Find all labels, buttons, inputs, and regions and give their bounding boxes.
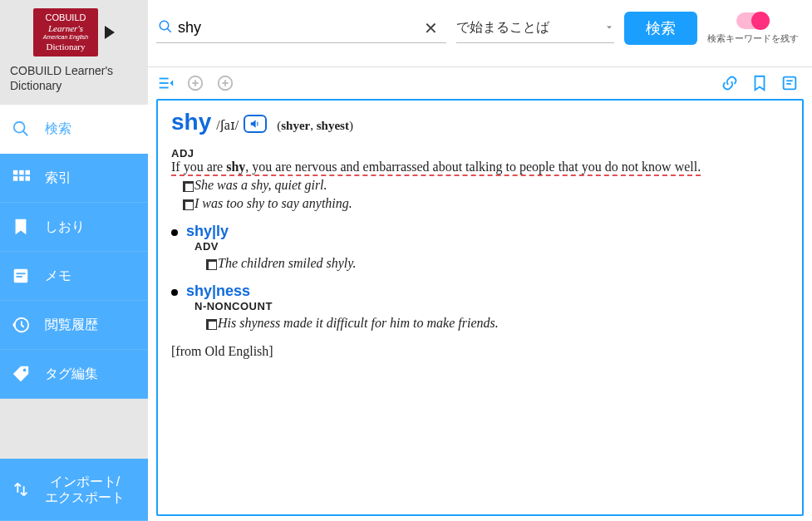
part-of-speech: ADJ bbox=[171, 147, 789, 160]
etymology: [from Old English] bbox=[171, 344, 789, 359]
nav-index[interactable]: 索引 bbox=[0, 154, 148, 203]
svg-line-14 bbox=[167, 28, 171, 32]
note-icon bbox=[12, 267, 30, 285]
example: I was too shy to say anything. bbox=[183, 196, 789, 211]
clear-icon[interactable]: ✕ bbox=[416, 18, 446, 38]
bookmark-icon bbox=[12, 218, 30, 236]
svg-point-0 bbox=[14, 122, 25, 133]
filter-dropdown[interactable]: で始まることば bbox=[456, 13, 614, 43]
pronounce-button[interactable] bbox=[244, 115, 267, 133]
svg-rect-6 bbox=[19, 177, 24, 182]
search-icon bbox=[158, 19, 173, 37]
add-circle-icon-2[interactable] bbox=[216, 74, 234, 92]
grid-icon bbox=[12, 169, 30, 187]
link-icon[interactable] bbox=[721, 74, 739, 92]
svg-rect-4 bbox=[26, 170, 31, 175]
nav-tag[interactable]: タグ編集 bbox=[0, 350, 148, 399]
nav-label: タグ編集 bbox=[45, 366, 98, 383]
nav-label: インポート/エクスポート bbox=[45, 474, 125, 505]
definition: If you are shy, you are nervous and emba… bbox=[171, 160, 789, 174]
sidebar: COBUILD Learner's American English Dicti… bbox=[0, 0, 148, 521]
nav-label: 検索 bbox=[45, 120, 71, 138]
svg-rect-3 bbox=[19, 170, 24, 175]
derived-headword[interactable]: shy|ness bbox=[186, 283, 250, 300]
svg-rect-2 bbox=[13, 170, 18, 175]
example: She was a shy, quiet girl. bbox=[183, 178, 789, 193]
tool-row bbox=[148, 67, 812, 99]
keep-keyword-toggle[interactable] bbox=[736, 12, 770, 29]
svg-point-12 bbox=[23, 369, 27, 372]
bullet-icon bbox=[171, 229, 178, 236]
filter-label: で始まることば bbox=[456, 19, 549, 37]
search-button[interactable]: 検索 bbox=[624, 12, 697, 45]
nav-memo[interactable]: メモ bbox=[0, 252, 148, 301]
svg-line-1 bbox=[23, 131, 28, 136]
nav-label: しおり bbox=[45, 219, 85, 236]
part-of-speech: N-NONCOUNT bbox=[194, 300, 789, 312]
inflections: (shyer, shyest) bbox=[277, 119, 353, 133]
nav-bookmark[interactable]: しおり bbox=[0, 203, 148, 252]
collapse-sidebar-icon[interactable] bbox=[156, 74, 175, 92]
top-bar: ✕ で始まることば 検索 検索キーワードを残す bbox=[148, 0, 812, 67]
app-title: COBUILD Learner's Dictionary bbox=[7, 63, 141, 93]
svg-rect-10 bbox=[17, 276, 22, 278]
search-box: ✕ bbox=[156, 13, 446, 43]
nav-label: 索引 bbox=[45, 170, 71, 187]
logo-block: COBUILD Learner's American English Dicti… bbox=[0, 0, 148, 105]
chevron-down-icon bbox=[604, 21, 614, 36]
search-input[interactable] bbox=[178, 19, 416, 37]
entry-panel: shy /ʃaɪ/ (shyer, shyest) ADJ If you are… bbox=[156, 99, 804, 516]
part-of-speech: ADV bbox=[194, 240, 789, 253]
nav-history[interactable]: 閲覧履歴 bbox=[0, 301, 148, 350]
nav-import-export[interactable]: インポート/エクスポート bbox=[0, 459, 148, 521]
bookmark-outline-icon[interactable] bbox=[750, 74, 769, 92]
app-logo: COBUILD Learner's American English Dicti… bbox=[33, 8, 98, 57]
bullet-icon bbox=[171, 289, 178, 296]
ipa: /ʃaɪ/ bbox=[216, 117, 239, 133]
nav-label: 閲覧履歴 bbox=[45, 317, 98, 334]
svg-point-13 bbox=[160, 21, 169, 30]
search-icon bbox=[12, 120, 30, 138]
svg-rect-7 bbox=[26, 177, 31, 182]
example: His shyness made it difficult for him to… bbox=[206, 316, 789, 331]
memo-outline-icon[interactable] bbox=[780, 74, 799, 92]
toggle-label: 検索キーワードを残す bbox=[707, 32, 799, 45]
play-icon[interactable] bbox=[105, 26, 115, 39]
history-icon bbox=[12, 316, 30, 334]
headword: shy bbox=[171, 109, 211, 135]
example: The children smiled shyly. bbox=[206, 256, 789, 271]
add-circle-icon[interactable] bbox=[186, 74, 204, 92]
svg-rect-9 bbox=[17, 273, 26, 275]
tag-icon bbox=[12, 365, 30, 383]
svg-rect-5 bbox=[13, 177, 18, 182]
nav-search[interactable]: 検索 bbox=[0, 105, 148, 154]
nav-label: メモ bbox=[45, 268, 71, 285]
derived-headword[interactable]: shy|ly bbox=[186, 223, 229, 240]
transfer-icon bbox=[12, 480, 30, 499]
